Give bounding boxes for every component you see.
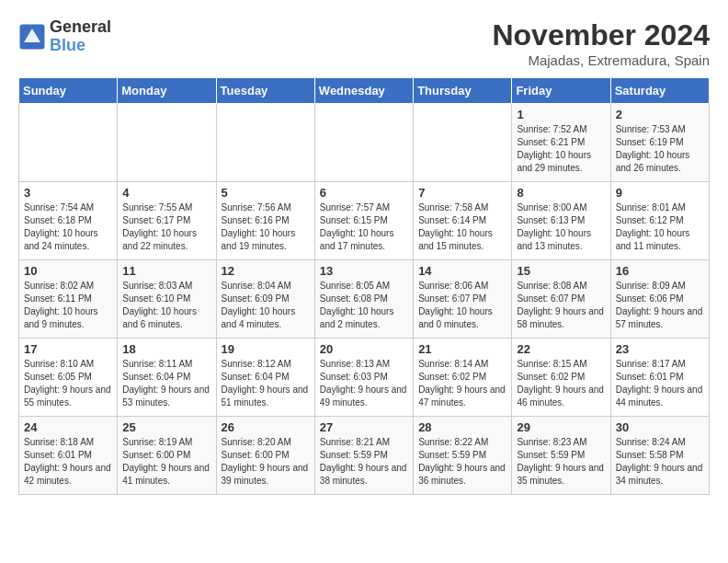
day-info: Sunrise: 8:11 AMSunset: 6:04 PMDaylight:…: [122, 358, 210, 409]
calendar-cell: 16Sunrise: 8:09 AMSunset: 6:06 PMDayligh…: [610, 260, 709, 339]
location-subtitle: Majadas, Extremadura, Spain: [492, 52, 710, 68]
calendar-cell: 21Sunrise: 8:14 AMSunset: 6:02 PMDayligh…: [414, 339, 512, 417]
day-header-monday: Monday: [118, 78, 216, 104]
day-number: 28: [418, 420, 506, 434]
header: General Blue November 2024 Majadas, Extr…: [18, 18, 710, 68]
day-number: 10: [24, 264, 112, 278]
calendar-cell: 22Sunrise: 8:15 AMSunset: 6:02 PMDayligh…: [512, 339, 610, 417]
day-header-thursday: Thursday: [414, 78, 512, 104]
calendar-cell: 15Sunrise: 8:08 AMSunset: 6:07 PMDayligh…: [512, 260, 610, 339]
day-info: Sunrise: 8:02 AMSunset: 6:11 PMDaylight:…: [24, 280, 112, 331]
day-number: 8: [517, 186, 605, 200]
day-number: 19: [222, 342, 310, 356]
calendar-cell: [19, 104, 118, 182]
calendar-cell: 27Sunrise: 8:21 AMSunset: 5:59 PMDayligh…: [314, 417, 413, 495]
calendar-week-2: 3Sunrise: 7:54 AMSunset: 6:18 PMDaylight…: [19, 182, 710, 260]
calendar-cell: 9Sunrise: 8:01 AMSunset: 6:12 PMDaylight…: [610, 182, 709, 260]
day-number: 9: [616, 186, 704, 200]
day-number: 29: [517, 420, 605, 434]
day-info: Sunrise: 7:52 AMSunset: 6:21 PMDaylight:…: [517, 123, 605, 175]
day-info: Sunrise: 8:06 AMSunset: 6:07 PMDaylight:…: [418, 280, 506, 331]
day-number: 3: [24, 186, 112, 200]
day-number: 30: [616, 420, 704, 434]
day-number: 2: [616, 108, 704, 121]
logo: General Blue: [18, 18, 111, 55]
day-info: Sunrise: 8:21 AMSunset: 5:59 PMDaylight:…: [320, 436, 408, 488]
calendar-week-4: 17Sunrise: 8:10 AMSunset: 6:05 PMDayligh…: [19, 339, 710, 417]
day-number: 16: [616, 264, 704, 278]
month-title: November 2024: [492, 18, 710, 52]
day-number: 15: [517, 264, 605, 278]
day-info: Sunrise: 7:55 AMSunset: 6:17 PMDaylight:…: [122, 201, 210, 253]
day-number: 26: [222, 420, 310, 434]
day-info: Sunrise: 8:09 AMSunset: 6:06 PMDaylight:…: [616, 280, 704, 331]
logo-text: General Blue: [50, 18, 111, 55]
day-number: 22: [517, 342, 605, 356]
day-header-wednesday: Wednesday: [314, 78, 413, 104]
day-header-friday: Friday: [512, 78, 610, 104]
calendar-header-row: SundayMondayTuesdayWednesdayThursdayFrid…: [19, 78, 710, 104]
calendar-cell: 14Sunrise: 8:06 AMSunset: 6:07 PMDayligh…: [414, 260, 512, 339]
calendar-cell: 28Sunrise: 8:22 AMSunset: 5:59 PMDayligh…: [414, 417, 512, 495]
calendar-cell: 23Sunrise: 8:17 AMSunset: 6:01 PMDayligh…: [610, 339, 709, 417]
day-info: Sunrise: 8:22 AMSunset: 5:59 PMDaylight:…: [418, 436, 506, 488]
day-number: 27: [320, 420, 408, 434]
calendar-cell: [314, 104, 413, 182]
calendar-cell: 30Sunrise: 8:24 AMSunset: 5:58 PMDayligh…: [610, 417, 709, 495]
title-area: November 2024 Majadas, Extremadura, Spai…: [492, 18, 710, 68]
calendar-body: 1Sunrise: 7:52 AMSunset: 6:21 PMDaylight…: [19, 104, 710, 495]
calendar-cell: 12Sunrise: 8:04 AMSunset: 6:09 PMDayligh…: [216, 260, 314, 339]
calendar-cell: 8Sunrise: 8:00 AMSunset: 6:13 PMDaylight…: [512, 182, 610, 260]
calendar-cell: 6Sunrise: 7:57 AMSunset: 6:15 PMDaylight…: [314, 182, 413, 260]
day-number: 5: [222, 186, 310, 200]
day-info: Sunrise: 8:13 AMSunset: 6:03 PMDaylight:…: [320, 358, 408, 409]
calendar-cell: 25Sunrise: 8:19 AMSunset: 6:00 PMDayligh…: [118, 417, 216, 495]
calendar-cell: 7Sunrise: 7:58 AMSunset: 6:14 PMDaylight…: [414, 182, 512, 260]
day-number: 11: [122, 264, 210, 278]
day-info: Sunrise: 8:05 AMSunset: 6:08 PMDaylight:…: [320, 280, 408, 331]
calendar-cell: 18Sunrise: 8:11 AMSunset: 6:04 PMDayligh…: [118, 339, 216, 417]
calendar-cell: 19Sunrise: 8:12 AMSunset: 6:04 PMDayligh…: [216, 339, 314, 417]
day-number: 14: [418, 264, 506, 278]
day-info: Sunrise: 8:14 AMSunset: 6:02 PMDaylight:…: [418, 358, 506, 409]
day-info: Sunrise: 8:18 AMSunset: 6:01 PMDaylight:…: [24, 436, 112, 488]
calendar-cell: 26Sunrise: 8:20 AMSunset: 6:00 PMDayligh…: [216, 417, 314, 495]
day-info: Sunrise: 7:53 AMSunset: 6:19 PMDaylight:…: [616, 123, 704, 175]
calendar-cell: 20Sunrise: 8:13 AMSunset: 6:03 PMDayligh…: [314, 339, 413, 417]
day-info: Sunrise: 8:10 AMSunset: 6:05 PMDaylight:…: [24, 358, 112, 409]
day-number: 18: [122, 342, 210, 356]
calendar-cell: 2Sunrise: 7:53 AMSunset: 6:19 PMDaylight…: [610, 104, 709, 182]
calendar-cell: [414, 104, 512, 182]
calendar-cell: 10Sunrise: 8:02 AMSunset: 6:11 PMDayligh…: [19, 260, 118, 339]
calendar-cell: 5Sunrise: 7:56 AMSunset: 6:16 PMDaylight…: [216, 182, 314, 260]
day-number: 17: [24, 342, 112, 356]
day-info: Sunrise: 8:04 AMSunset: 6:09 PMDaylight:…: [222, 280, 310, 331]
day-number: 24: [24, 420, 112, 434]
day-info: Sunrise: 8:24 AMSunset: 5:58 PMDaylight:…: [616, 436, 704, 488]
day-number: 13: [320, 264, 408, 278]
calendar-week-3: 10Sunrise: 8:02 AMSunset: 6:11 PMDayligh…: [19, 260, 710, 339]
day-info: Sunrise: 8:15 AMSunset: 6:02 PMDaylight:…: [517, 358, 605, 409]
day-info: Sunrise: 7:56 AMSunset: 6:16 PMDaylight:…: [222, 201, 310, 253]
calendar-cell: 13Sunrise: 8:05 AMSunset: 6:08 PMDayligh…: [314, 260, 413, 339]
day-info: Sunrise: 8:01 AMSunset: 6:12 PMDaylight:…: [616, 201, 704, 253]
day-number: 1: [517, 108, 605, 121]
day-info: Sunrise: 8:19 AMSunset: 6:00 PMDaylight:…: [122, 436, 210, 488]
day-info: Sunrise: 7:57 AMSunset: 6:15 PMDaylight:…: [320, 201, 408, 253]
day-number: 12: [222, 264, 310, 278]
calendar-cell: 17Sunrise: 8:10 AMSunset: 6:05 PMDayligh…: [19, 339, 118, 417]
day-header-sunday: Sunday: [19, 78, 118, 104]
calendar-cell: [216, 104, 314, 182]
day-info: Sunrise: 8:23 AMSunset: 5:59 PMDaylight:…: [517, 436, 605, 488]
calendar-cell: 24Sunrise: 8:18 AMSunset: 6:01 PMDayligh…: [19, 417, 118, 495]
day-number: 6: [320, 186, 408, 200]
day-number: 21: [418, 342, 506, 356]
day-info: Sunrise: 7:54 AMSunset: 6:18 PMDaylight:…: [24, 201, 112, 253]
calendar-cell: 29Sunrise: 8:23 AMSunset: 5:59 PMDayligh…: [512, 417, 610, 495]
calendar-cell: 3Sunrise: 7:54 AMSunset: 6:18 PMDaylight…: [19, 182, 118, 260]
calendar-week-5: 24Sunrise: 8:18 AMSunset: 6:01 PMDayligh…: [19, 417, 710, 495]
day-number: 7: [418, 186, 506, 200]
day-info: Sunrise: 8:08 AMSunset: 6:07 PMDaylight:…: [517, 280, 605, 331]
day-number: 23: [616, 342, 704, 356]
day-info: Sunrise: 8:00 AMSunset: 6:13 PMDaylight:…: [517, 201, 605, 253]
